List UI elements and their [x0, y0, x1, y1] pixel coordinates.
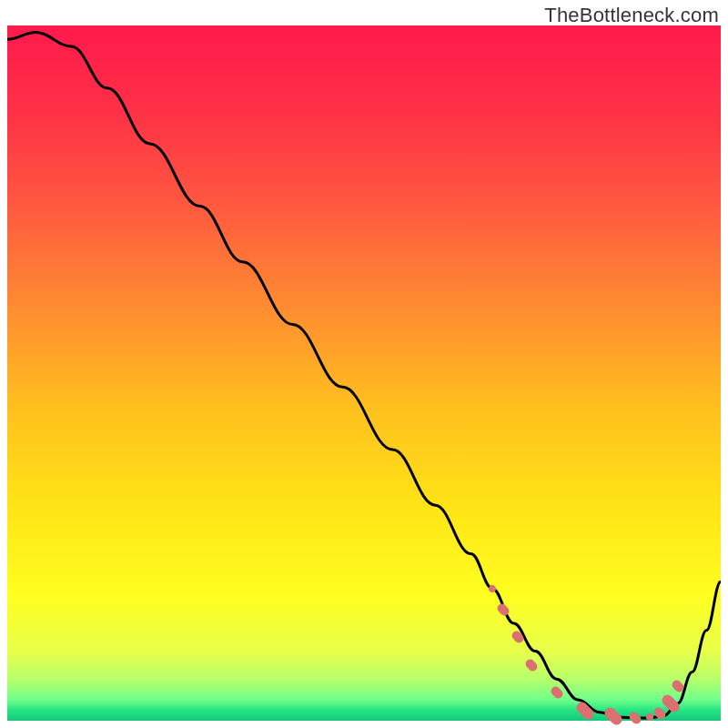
plot-area	[7, 25, 721, 721]
curve-marker	[670, 678, 685, 693]
curve-marker	[574, 700, 596, 722]
curve-marker	[510, 630, 525, 645]
curve-marker	[549, 685, 564, 701]
curve-marker	[602, 705, 624, 727]
curve-marker	[487, 583, 497, 593]
curve-marker	[644, 713, 654, 723]
curve-markers	[7, 25, 721, 721]
curve-marker	[495, 602, 511, 617]
curve-marker	[524, 657, 540, 672]
chart-stage: TheBottleneck.com	[0, 0, 728, 728]
watermark-text: TheBottleneck.com	[544, 4, 719, 27]
curve-marker	[627, 710, 642, 725]
curve-marker	[652, 706, 668, 722]
